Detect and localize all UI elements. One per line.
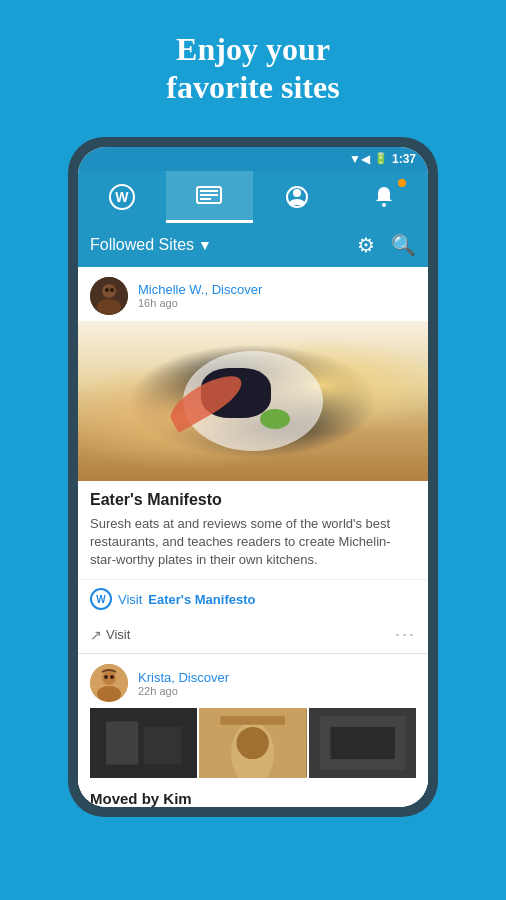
status-bar: ▼◀ 🔋 1:37 [78, 147, 428, 171]
svg-rect-18 [106, 722, 138, 765]
post-card-2: Krista, Discover 22h ago [78, 654, 428, 806]
visit-link-1[interactable]: W Visit Eater's Manifesto [90, 588, 255, 610]
wifi-icon: ▼◀ [349, 152, 370, 166]
followed-sites-label: Followed Sites [90, 236, 194, 254]
wordpress-icon: W [109, 184, 135, 210]
wp-visit-icon: W [90, 588, 112, 610]
toolbar: Followed Sites ▼ ⚙ 🔍 [78, 223, 428, 267]
thumbnail-1 [90, 708, 197, 778]
settings-icon[interactable]: ⚙ [357, 233, 375, 257]
notifications-icon [372, 185, 396, 209]
avatar-michelle [90, 277, 128, 315]
svg-point-15 [104, 675, 108, 679]
more-options-button[interactable]: ··· [395, 624, 416, 645]
tab-bar: W [78, 171, 428, 223]
post-header-1: Michelle W., Discover 16h ago [78, 267, 428, 321]
post-meta-2: Krista, Discover 22h ago [138, 670, 229, 697]
dropdown-arrow-icon: ▼ [198, 237, 212, 253]
notification-badge [398, 179, 406, 187]
svg-rect-26 [330, 727, 394, 759]
svg-rect-22 [221, 717, 285, 726]
avatar-krista [90, 664, 128, 702]
post-meta-1: Michelle W., Discover 16h ago [138, 282, 262, 309]
post-author-2: Krista, Discover [138, 670, 229, 685]
reader-icon [196, 186, 222, 208]
post-title-2-text: Moved by Kim [90, 790, 192, 806]
post-header-2: Krista, Discover 22h ago [78, 654, 428, 708]
action-bar-1: ↗ Visit ··· [78, 618, 428, 653]
svg-point-16 [110, 675, 114, 679]
food-visual [78, 321, 428, 481]
svg-point-4 [293, 189, 301, 197]
visit-small-label: Visit [106, 627, 130, 642]
visit-site-name: Eater's Manifesto [148, 592, 255, 607]
svg-point-13 [102, 671, 116, 685]
post-title-1: Eater's Manifesto [90, 491, 416, 509]
svg-point-8 [102, 284, 116, 298]
post-body-1: Eater's Manifesto Suresh eats at and rev… [78, 481, 428, 580]
status-time: 1:37 [392, 152, 416, 166]
svg-point-11 [110, 288, 114, 292]
profile-icon [285, 185, 309, 209]
tab-profile[interactable] [253, 171, 341, 223]
external-link-icon: ↗ [90, 627, 102, 643]
svg-point-6 [382, 203, 386, 207]
thumbnail-2 [199, 708, 306, 778]
post-image-1 [78, 321, 428, 481]
tab-reader[interactable] [166, 171, 254, 223]
post-card-1: Michelle W., Discover 16h ago Eater's Ma… [78, 267, 428, 655]
tab-notifications[interactable] [341, 171, 429, 223]
svg-point-14 [97, 686, 121, 702]
followed-sites-filter[interactable]: Followed Sites ▼ [90, 236, 212, 254]
svg-rect-19 [144, 727, 182, 765]
hero-text: Enjoy your favorite sites [146, 0, 359, 127]
hero-line2: favorite sites [166, 69, 339, 105]
post-time-2: 22h ago [138, 685, 229, 697]
green-garnish [260, 409, 290, 429]
phone-screen: ▼◀ 🔋 1:37 W [78, 147, 428, 807]
thumbnail-3 [309, 708, 416, 778]
content-area: Michelle W., Discover 16h ago Eater's Ma… [78, 267, 428, 807]
svg-point-10 [105, 288, 109, 292]
svg-point-9 [97, 299, 121, 315]
post-author-1: Michelle W., Discover [138, 282, 262, 297]
visit-small-1[interactable]: ↗ Visit [90, 627, 130, 643]
post-excerpt-1: Suresh eats at and reviews some of the w… [90, 515, 416, 570]
phone-device: ▼◀ 🔋 1:37 W [68, 137, 438, 817]
hero-section: Enjoy your favorite sites [146, 0, 359, 127]
visit-label: Visit [118, 592, 142, 607]
post-thumbnails-2 [78, 708, 428, 784]
battery-icon: 🔋 [374, 152, 388, 165]
toolbar-actions: ⚙ 🔍 [357, 233, 416, 257]
search-icon[interactable]: 🔍 [391, 233, 416, 257]
tab-wordpress[interactable]: W [78, 171, 166, 223]
post-title-2: Moved by Kim [78, 784, 428, 806]
svg-point-23 [237, 727, 269, 759]
hero-line1: Enjoy your [176, 31, 330, 67]
post-time-1: 16h ago [138, 297, 262, 309]
post-footer-1: W Visit Eater's Manifesto [78, 579, 428, 618]
